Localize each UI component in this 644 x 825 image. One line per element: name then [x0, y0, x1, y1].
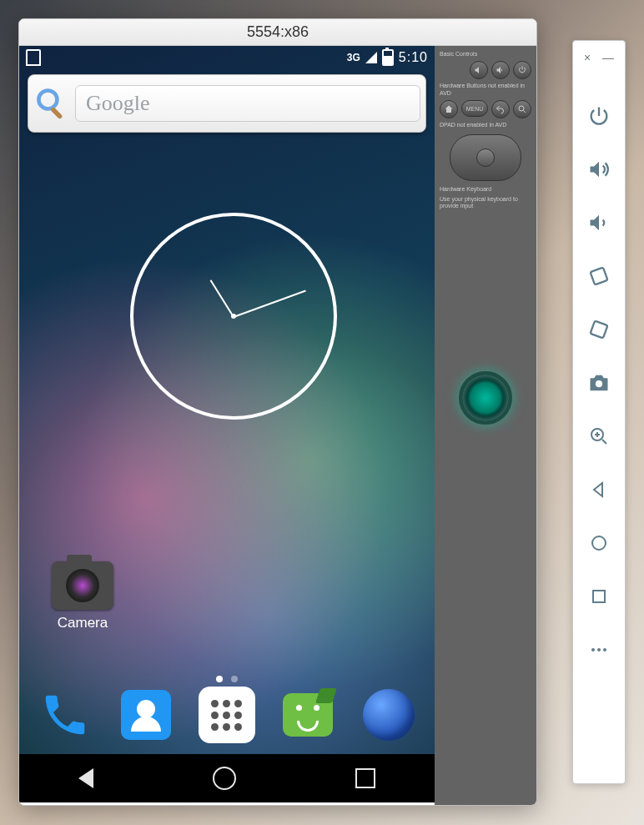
svg-rect-4 — [591, 321, 608, 339]
hardware-buttons-label: Hardware Buttons not enabled in AVD — [440, 83, 531, 97]
device-screen[interactable]: 3G 5:10 Google — [19, 46, 435, 802]
skin-volume-up-button[interactable] — [491, 61, 510, 79]
skin-back-button[interactable] — [491, 100, 510, 118]
app-camera-label: Camera — [44, 615, 121, 631]
skin-menu-button[interactable]: MENU — [461, 100, 488, 117]
dpad-label: DPAD not enabled in AVD — [440, 122, 531, 128]
svg-rect-8 — [593, 591, 605, 602]
hardware-keyboard-label: Hardware Keyboard — [440, 186, 531, 193]
network-type: 3G — [347, 52, 360, 63]
skin-volume-down-button[interactable] — [470, 61, 488, 79]
svg-point-11 — [603, 648, 606, 651]
google-search-widget[interactable]: Google — [28, 74, 426, 133]
dock — [19, 677, 435, 752]
emulator-skin-panel: Basic Controls Hardware Buttons not enab… — [435, 46, 536, 805]
toolbar-more-button[interactable] — [584, 635, 614, 665]
skin-power-button[interactable] — [513, 61, 531, 79]
svg-rect-1 — [50, 107, 63, 120]
dock-contacts[interactable] — [118, 687, 174, 743]
toolbar-zoom-button[interactable] — [584, 421, 614, 451]
toolbar-back-button[interactable] — [584, 475, 614, 505]
toolbar-rotate-left-button[interactable] — [584, 261, 614, 291]
toolbar-home-button[interactable] — [584, 528, 614, 558]
camera-icon — [52, 561, 113, 610]
toolbar-close-button[interactable]: × — [584, 51, 591, 64]
browser-icon — [363, 689, 415, 741]
nav-recent-button[interactable] — [355, 768, 375, 788]
dock-phone[interactable] — [37, 687, 93, 743]
window-titlebar[interactable]: 5554:x86 — [19, 19, 536, 46]
dock-messaging[interactable] — [279, 687, 336, 743]
search-icon[interactable] — [33, 85, 70, 122]
emulator-toolbar: × — — [572, 40, 626, 784]
toolbar-volume-up-button[interactable] — [584, 154, 614, 184]
clock-center — [231, 314, 236, 319]
svg-point-9 — [591, 648, 595, 651]
nav-home-button[interactable] — [213, 767, 236, 790]
toolbar-power-button[interactable] — [584, 101, 614, 131]
statusbar-time: 5:10 — [399, 50, 428, 65]
svg-point-2 — [519, 106, 524, 111]
back-icon — [78, 768, 93, 788]
recent-icon — [355, 768, 375, 788]
apps-icon — [211, 700, 242, 731]
svg-point-5 — [596, 380, 602, 387]
battery-icon — [382, 49, 394, 66]
skin-dpad[interactable] — [450, 134, 521, 181]
messaging-icon — [283, 693, 333, 737]
skin-home-button[interactable] — [440, 100, 458, 118]
clock-hour-hand — [210, 279, 234, 317]
hardware-keyboard-hint: Use your physical keyboard to provide in… — [440, 196, 531, 210]
toolbar-volume-down-button[interactable] — [584, 208, 614, 238]
toolbar-overview-button[interactable] — [584, 581, 614, 611]
contacts-icon — [121, 690, 171, 740]
svg-point-10 — [597, 648, 601, 651]
window-title: 5554:x86 — [247, 23, 309, 41]
clock-face — [130, 213, 337, 420]
svg-point-0 — [38, 90, 57, 108]
dock-browser[interactable] — [360, 687, 417, 743]
android-statusbar[interactable]: 3G 5:10 — [19, 46, 435, 69]
emulator-window: 5554:x86 3G 5:10 G — [18, 18, 537, 806]
toolbar-screenshot-button[interactable] — [584, 368, 614, 398]
skin-camera-lens — [459, 371, 512, 425]
toolbar-rotate-right-button[interactable] — [584, 314, 614, 345]
skin-search-button[interactable] — [513, 100, 531, 118]
android-navbar — [19, 754, 435, 802]
toolbar-minimize-button[interactable]: — — [602, 51, 614, 64]
search-placeholder: Google — [86, 91, 150, 116]
svg-rect-3 — [591, 268, 608, 285]
svg-point-7 — [592, 536, 606, 550]
app-camera[interactable]: Camera — [44, 561, 121, 631]
clock-widget[interactable] — [130, 213, 330, 413]
sdcard-icon — [26, 49, 41, 66]
home-icon — [213, 767, 236, 790]
signal-icon — [365, 52, 377, 63]
dock-all-apps[interactable] — [199, 687, 255, 743]
clock-minute-hand — [234, 290, 306, 318]
nav-back-button[interactable] — [78, 768, 93, 788]
search-input[interactable]: Google — [75, 85, 420, 122]
basic-controls-label: Basic Controls — [440, 51, 531, 58]
